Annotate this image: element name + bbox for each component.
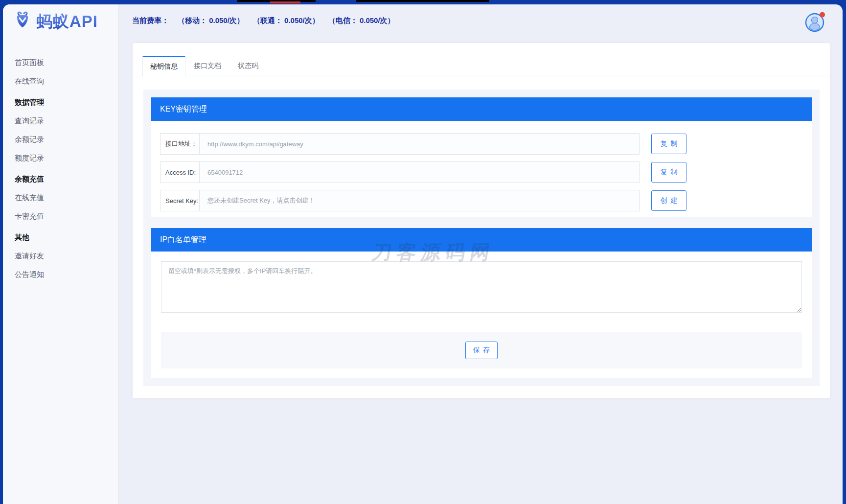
api-url-value: http://www.dkym.com/api/gateway bbox=[200, 134, 639, 154]
copy-access-id-button[interactable]: 复制 bbox=[651, 162, 686, 183]
access-id-row: Access ID: 6540091712 复制 bbox=[160, 161, 802, 183]
access-id-value: 6540091712 bbox=[200, 162, 639, 183]
key-section-title: KEY密钥管理 bbox=[151, 97, 812, 121]
secret-key-row: Secret Key: 您还未创建Secret Key，请点击创建！ 创建 bbox=[160, 190, 802, 211]
app-title: 蚂蚁API bbox=[36, 11, 98, 33]
sidebar-section-other: 其他 bbox=[3, 228, 118, 247]
user-avatar-icon[interactable] bbox=[804, 11, 826, 32]
sidebar-item-online-query[interactable]: 在线查询 bbox=[3, 72, 118, 91]
current-rates: 当前费率： （移动： 0.050/次） （联通： 0.050/次） （电信： 0… bbox=[132, 16, 404, 25]
tab-card: 刀客源码网 秘钥信息 接口文档 状态码 KEY密钥管理 接口地址： bbox=[133, 43, 830, 398]
topbar: 当前费率： （移动： 0.050/次） （联通： 0.050/次） （电信： 0… bbox=[119, 4, 843, 37]
save-button[interactable]: 保存 bbox=[465, 342, 498, 359]
secret-key-label: Secret Key: bbox=[160, 190, 200, 211]
tab-api-docs[interactable]: 接口文档 bbox=[185, 56, 229, 76]
settings-panel: KEY密钥管理 接口地址： http://www.dkym.com/api/ga… bbox=[143, 90, 820, 386]
sidebar-item-online-recharge[interactable]: 在线充值 bbox=[3, 188, 118, 207]
copy-api-url-button[interactable]: 复制 bbox=[651, 134, 686, 154]
sidebar-nav: 首页面板 在线查询 数据管理 查询记录 余额记录 额度记录 余额充值 在线充值 … bbox=[3, 39, 118, 284]
key-management-section: KEY密钥管理 接口地址： http://www.dkym.com/api/ga… bbox=[151, 97, 812, 217]
save-strip: 保存 bbox=[161, 332, 802, 368]
api-url-row: 接口地址： http://www.dkym.com/api/gateway 复制 bbox=[160, 133, 802, 155]
ip-section-title: IP白名单管理 bbox=[151, 228, 812, 252]
notification-badge bbox=[820, 12, 825, 18]
tab-secret-info[interactable]: 秘钥信息 bbox=[142, 56, 185, 76]
create-secret-key-button[interactable]: 创建 bbox=[651, 190, 686, 211]
sidebar-item-card-recharge[interactable]: 卡密充值 bbox=[3, 207, 118, 226]
rate-telecom: （电信： 0.050/次） bbox=[328, 16, 395, 25]
content-area: 刀客源码网 秘钥信息 接口文档 状态码 KEY密钥管理 接口地址： bbox=[119, 37, 843, 504]
app-window: 蚂蚁API 首页面板 在线查询 数据管理 查询记录 余额记录 额度记录 余额充值… bbox=[3, 4, 843, 504]
browser-chrome-red-mark bbox=[270, 1, 300, 3]
sidebar-section-data-mgmt: 数据管理 bbox=[3, 93, 118, 112]
main-area: 当前费率： （移动： 0.050/次） （联通： 0.050/次） （电信： 0… bbox=[119, 4, 843, 504]
secret-key-value: 您还未创建Secret Key，请点击创建！ bbox=[200, 190, 639, 211]
rates-label: 当前费率： bbox=[132, 16, 169, 25]
ip-whitelist-textarea[interactable] bbox=[161, 261, 802, 313]
sidebar-item-quota-records[interactable]: 额度记录 bbox=[3, 149, 118, 167]
ant-logo-icon bbox=[13, 11, 32, 32]
browser-chrome-remnant bbox=[356, 0, 489, 2]
sidebar-section-recharge: 余额充值 bbox=[3, 170, 118, 188]
sidebar-item-invite-friends[interactable]: 邀请好友 bbox=[3, 247, 118, 265]
sidebar-item-balance-records[interactable]: 余额记录 bbox=[3, 130, 118, 149]
api-url-label: 接口地址： bbox=[160, 134, 200, 154]
logo[interactable]: 蚂蚁API bbox=[3, 4, 118, 39]
sidebar: 蚂蚁API 首页面板 在线查询 数据管理 查询记录 余额记录 额度记录 余额充值… bbox=[3, 4, 119, 504]
tab-bar: 秘钥信息 接口文档 状态码 bbox=[133, 43, 830, 76]
rate-mobile: （移动： 0.050/次） bbox=[178, 16, 244, 25]
sidebar-item-announcements[interactable]: 公告通知 bbox=[3, 265, 118, 284]
sidebar-item-home[interactable]: 首页面板 bbox=[3, 53, 118, 72]
sidebar-item-query-records[interactable]: 查询记录 bbox=[3, 112, 118, 130]
ip-whitelist-section: IP白名单管理 保存 bbox=[151, 228, 812, 378]
rate-unicom: （联通： 0.050/次） bbox=[253, 16, 320, 25]
access-id-label: Access ID: bbox=[160, 162, 200, 183]
tab-status-codes[interactable]: 状态码 bbox=[229, 56, 267, 76]
